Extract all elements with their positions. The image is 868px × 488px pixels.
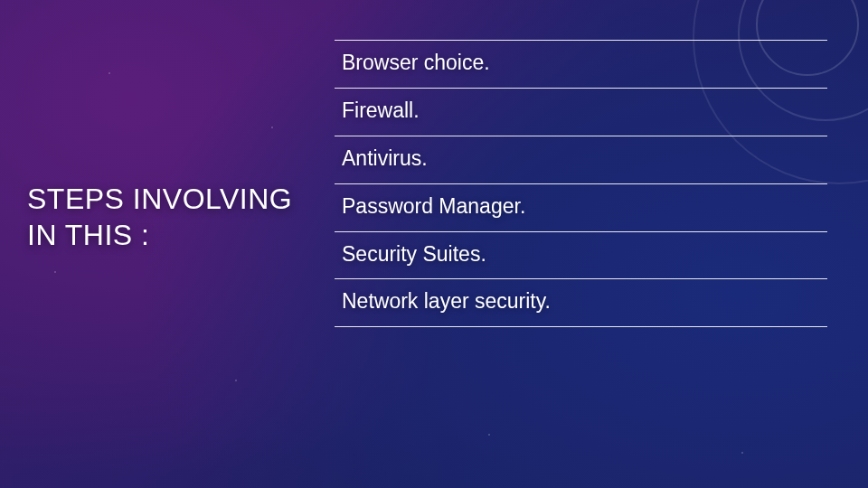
list-item: Firewall.	[335, 88, 827, 136]
list-item: Antivirus.	[335, 136, 827, 183]
slide-title: STEPS INVOLVING IN THIS :	[27, 181, 298, 253]
list-item: Password Manager.	[335, 183, 827, 231]
slide: STEPS INVOLVING IN THIS : Browser choice…	[0, 0, 868, 488]
decorative-dot	[54, 271, 56, 273]
decorative-dot	[488, 434, 490, 436]
decorative-dot	[235, 380, 237, 381]
steps-list: Browser choice. Firewall. Antivirus. Pas…	[335, 40, 827, 327]
list-item: Network layer security.	[335, 278, 827, 327]
list-item: Browser choice.	[335, 40, 827, 88]
list-item: Security Suites.	[335, 231, 827, 279]
decorative-dot	[271, 127, 273, 128]
decorative-dot	[108, 72, 110, 74]
decorative-dot	[741, 452, 743, 454]
